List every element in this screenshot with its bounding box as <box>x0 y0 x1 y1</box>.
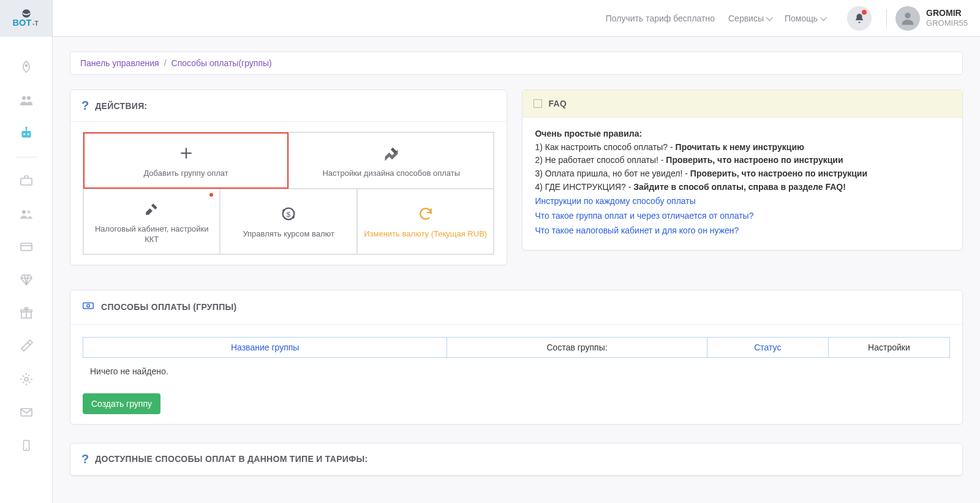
rocket-icon <box>19 60 34 75</box>
sidebar-item-mail[interactable] <box>14 400 39 425</box>
main: Панель управления / Способы оплаты(групп… <box>53 37 980 491</box>
design-icon <box>383 145 400 162</box>
user-menu[interactable]: GROMIR GROMIR55 <box>895 6 968 31</box>
header: BOT -T Получить тариф бесплатно Сервисы … <box>0 0 980 37</box>
user-name: GROMIR <box>926 8 968 18</box>
svg-rect-15 <box>21 243 32 251</box>
user-icon <box>899 10 916 27</box>
svg-rect-28 <box>83 303 94 308</box>
payment-groups-card: СПОСОБЫ ОПЛАТЫ (ГРУППЫ) Название группы … <box>70 290 963 425</box>
notification-dot-icon <box>209 193 213 197</box>
faq-rules-heading: Очень простые правила: <box>535 129 642 138</box>
notifications-button[interactable] <box>847 6 872 31</box>
svg-text:$: $ <box>287 210 291 218</box>
col-composition: Состав группы: <box>447 337 707 357</box>
edit-icon <box>144 200 160 217</box>
chevron-down-icon <box>820 13 827 20</box>
svg-point-5 <box>22 96 26 100</box>
svg-point-29 <box>87 304 90 307</box>
chevron-down-icon <box>766 13 773 20</box>
checkbox-icon <box>533 99 542 108</box>
sidebar-item-card[interactable] <box>14 235 39 259</box>
svg-rect-21 <box>21 409 32 416</box>
svg-point-13 <box>22 210 26 214</box>
svg-point-4 <box>25 65 27 67</box>
breadcrumb-current: Способы оплаты(группы) <box>172 58 272 68</box>
create-group-button[interactable]: Создать группу <box>83 393 160 414</box>
sidebar-item-mobile[interactable] <box>14 433 39 458</box>
col-status-sort[interactable]: Статус <box>754 342 781 352</box>
bot-logo-icon: BOT -T <box>9 8 43 29</box>
faq-card: FAQ Очень простые правила: 1) Как настро… <box>522 89 963 251</box>
question-icon: ? <box>81 99 89 113</box>
notification-dot-icon <box>862 10 867 15</box>
svg-rect-7 <box>21 131 31 138</box>
design-settings-button[interactable]: Настройки дизайна способов оплаты <box>288 132 494 189</box>
help-link[interactable]: Помощь <box>785 13 825 23</box>
gift-icon <box>19 306 34 320</box>
add-payment-group-button[interactable]: Добавить группу оплат <box>83 132 288 189</box>
robot-icon <box>18 126 34 142</box>
gear-icon <box>19 372 34 387</box>
money-icon <box>81 299 95 316</box>
avatar <box>895 6 920 31</box>
svg-rect-10 <box>25 128 26 130</box>
briefcase-icon <box>19 173 34 188</box>
faq-link-instructions[interactable]: Инструкции по каждому способу оплаты <box>535 195 950 208</box>
available-methods-card: ? ДОСТУПНЫЕ СПОСОБЫ ОПЛАТ В ДАННОМ ТИПЕ … <box>70 443 963 476</box>
available-methods-title: ДОСТУПНЫЕ СПОСОБЫ ОПЛАТ В ДАННОМ ТИПЕ И … <box>95 454 368 464</box>
currency-rate-button[interactable]: $ Управлять курсом валют <box>220 189 356 254</box>
svg-point-11 <box>25 127 27 129</box>
col-name-sort[interactable]: Название группы <box>231 342 299 352</box>
col-settings: Настройки <box>828 337 949 357</box>
diamond-icon <box>19 273 34 287</box>
breadcrumb-dashboard[interactable]: Панель управления <box>80 58 159 68</box>
users-icon <box>19 93 34 108</box>
payment-groups-title: СПОСОБЫ ОПЛАТЫ (ГРУППЫ) <box>101 302 237 312</box>
help-label: Помощь <box>785 13 818 23</box>
tools-icon <box>19 339 34 354</box>
faq-title: FAQ <box>548 99 567 108</box>
svg-text:BOT: BOT <box>12 18 31 28</box>
sidebar-item-diamond[interactable] <box>14 268 39 292</box>
sidebar-item-gift[interactable] <box>14 301 39 325</box>
breadcrumb: Панель управления / Способы оплаты(групп… <box>70 51 963 75</box>
svg-rect-12 <box>21 178 32 185</box>
sidebar-item-people[interactable] <box>14 202 39 226</box>
actions-card: ? ДЕЙСТВИЯ: Добавить группу оплат <box>70 89 507 265</box>
sidebar <box>0 37 53 491</box>
actions-title: ДЕЙСТВИЯ: <box>95 101 147 111</box>
table-empty-message: Ничего не найдено. <box>83 358 950 385</box>
refresh-icon <box>418 205 434 222</box>
tax-kkt-button[interactable]: Налоговый кабинет, настройки ККТ <box>83 189 220 254</box>
svg-point-8 <box>23 133 25 135</box>
mobile-icon <box>20 439 33 452</box>
faq-link-tax[interactable]: Что такое налоговый кабинет и для кого о… <box>535 224 950 238</box>
exchange-icon: $ <box>280 205 297 222</box>
action-grid: Добавить группу оплат Настройки дизайна … <box>83 132 494 255</box>
svg-point-14 <box>27 211 30 214</box>
sidebar-item-tools[interactable] <box>14 334 39 358</box>
mail-icon <box>19 405 34 420</box>
svg-text:-T: -T <box>32 20 39 27</box>
logo[interactable]: BOT -T <box>0 0 53 37</box>
change-currency-button[interactable]: Изменить валюту (Текущая RUB) <box>357 189 494 254</box>
credit-card-icon <box>19 240 34 254</box>
svg-point-20 <box>24 377 28 381</box>
people-icon <box>19 206 34 221</box>
services-label: Сервисы <box>728 13 764 23</box>
free-tariff-link[interactable]: Получить тариф бесплатно <box>606 13 715 23</box>
svg-point-3 <box>905 12 910 18</box>
sidebar-item-users[interactable] <box>14 88 39 113</box>
sidebar-item-rocket[interactable] <box>14 55 39 80</box>
sidebar-item-briefcase[interactable] <box>14 168 39 193</box>
sidebar-item-gear[interactable] <box>14 367 39 391</box>
payment-groups-table: Название группы Состав группы: Статус На… <box>83 337 950 358</box>
svg-point-9 <box>27 133 29 135</box>
plus-icon <box>178 145 194 162</box>
svg-point-6 <box>27 96 31 100</box>
user-subname: GROMIR55 <box>926 18 968 28</box>
faq-link-groups[interactable]: Что такое группа оплат и через отличаетс… <box>535 210 950 223</box>
services-link[interactable]: Сервисы <box>728 13 771 23</box>
sidebar-item-bot[interactable] <box>14 121 39 146</box>
